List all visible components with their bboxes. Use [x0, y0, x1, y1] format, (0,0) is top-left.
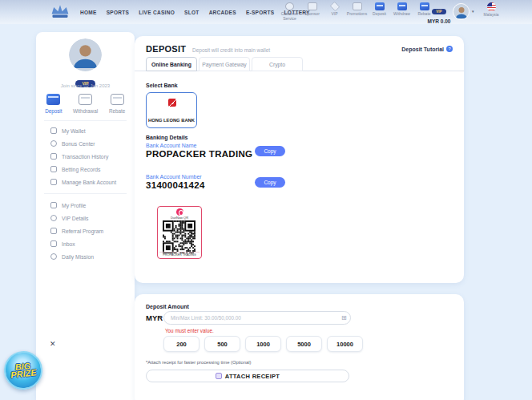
history-icon	[50, 153, 57, 160]
deposit-tabs: Online Banking Payment Gateway Crypto	[146, 57, 304, 71]
avatar-image	[69, 38, 102, 71]
keypad-icon[interactable]: ⊞	[341, 314, 347, 321]
sidebar-item-daily-mission[interactable]: Daily Mission	[50, 250, 103, 263]
sidebar-item-betting-records[interactable]: Betting Records	[50, 163, 116, 176]
top-bar: HOME SPORTS LIVE CASINO SLOT ARCADES E-S…	[0, 0, 532, 24]
sidebar-item-inbox[interactable]: Inbox	[50, 237, 103, 250]
menu-label: Transaction History	[62, 154, 108, 160]
amount-error-message: You must enter value.	[165, 328, 214, 333]
nav-slot[interactable]: SLOT	[184, 10, 200, 15]
util-label: Sponsor	[304, 12, 320, 17]
profile-icon	[50, 202, 57, 208]
tab-online-banking[interactable]: Online Banking	[146, 57, 197, 71]
topbar-vip[interactable]: VIP	[325, 2, 344, 21]
deposit-tutorial-link[interactable]: Deposit Tutorial ?	[401, 46, 453, 52]
deposit-card: DEPOSIT Deposit will credit into main wa…	[135, 36, 464, 283]
util-label: Customer Service	[280, 12, 299, 21]
deposit-amount-label: Deposit Amount	[146, 304, 189, 309]
main-nav: HOME SPORTS LIVE CASINO SLOT ARCADES E-S…	[80, 0, 310, 24]
sidebar-item-my-wallet[interactable]: My Wallet	[50, 124, 116, 137]
profile-avatar[interactable]	[69, 38, 102, 71]
preset-5000-button[interactable]: 5000	[286, 336, 322, 352]
nav-live-casino[interactable]: LIVE CASINO	[139, 10, 175, 15]
sidebar-item-referral-program[interactable]: Referral Program	[50, 224, 103, 237]
bonus-icon	[50, 140, 57, 147]
nav-arcades[interactable]: ARCADES	[209, 10, 236, 15]
account-name-label: Bank Account Name	[146, 143, 196, 148]
tutorial-label: Deposit Tutorial	[401, 46, 444, 52]
close-icon[interactable]: ✕	[50, 340, 56, 348]
quick-deposit[interactable]: Deposit	[38, 94, 70, 114]
topbar-deposit[interactable]: Deposit	[370, 2, 389, 21]
preset-200-button[interactable]: 200	[163, 336, 200, 352]
page-title: DEPOSIT	[146, 44, 186, 54]
attach-receipt-button[interactable]: ATTACH RECEIPT	[146, 370, 349, 382]
menu-label: Manage Bank Account	[62, 180, 116, 185]
mission-icon	[50, 253, 57, 260]
account-number-value: 31400041424	[146, 180, 205, 190]
preset-1000-button[interactable]: 1000	[245, 336, 281, 352]
vip-icon	[329, 2, 339, 11]
topbar-sponsor[interactable]: Sponsor	[303, 2, 321, 21]
divider	[44, 120, 127, 121]
topbar-withdraw[interactable]: Withdraw	[393, 2, 411, 21]
preset-10000-button[interactable]: 10000	[327, 336, 363, 352]
crown-logo-icon[interactable]	[50, 2, 71, 22]
util-label: Withdraw	[393, 12, 410, 17]
copy-account-number-button[interactable]: Copy	[255, 177, 285, 188]
malaysia-flag-icon	[487, 2, 496, 11]
big-prize-text: PRIZE	[10, 369, 37, 379]
copy-account-name-button[interactable]: Copy	[255, 146, 285, 156]
sidebar-item-bonus-center[interactable]: Bonus Center	[50, 137, 116, 150]
account-name-value: PROPACKER TRADING	[146, 149, 252, 159]
avatar-image	[453, 4, 470, 20]
util-label: VIP	[331, 12, 337, 17]
vip-icon	[50, 215, 57, 221]
topbar-avatar[interactable]	[453, 3, 470, 20]
deposit-icon	[46, 94, 60, 105]
language-selector[interactable]: Malaysia	[481, 2, 502, 17]
sidebar-menu-account: My Wallet Bonus Center Transaction Histo…	[50, 124, 116, 188]
preset-500-button[interactable]: 500	[204, 336, 240, 352]
topbar-promotions[interactable]: Promotions	[348, 2, 366, 21]
nav-esports[interactable]: E-SPORTS	[246, 10, 275, 15]
quick-rebate[interactable]: Rebate	[101, 94, 133, 114]
menu-label: VIP Details	[62, 216, 89, 221]
withdrawal-icon	[79, 94, 92, 105]
qr-code	[163, 220, 195, 253]
util-label: Promotions	[347, 12, 367, 17]
util-label: Deposit	[373, 12, 386, 17]
tab-crypto[interactable]: Crypto	[252, 57, 303, 71]
sponsor-icon	[308, 2, 317, 10]
menu-label: Betting Records	[62, 167, 100, 172]
select-bank-label: Select Bank	[146, 83, 178, 88]
avatar-caret-icon[interactable]: ▾	[472, 9, 474, 14]
sidebar-item-manage-bank-account[interactable]: Manage Bank Account	[50, 176, 116, 188]
promotions-icon	[353, 2, 362, 10]
menu-label: My Profile	[62, 203, 86, 208]
rebate-icon	[111, 94, 124, 105]
menu-label: Inbox	[62, 241, 75, 247]
bank-option-hong-leong[interactable]: HONG LEONG BANK	[146, 92, 197, 128]
hong-leong-logo-icon	[168, 99, 176, 107]
nav-home[interactable]: HOME	[80, 10, 97, 15]
tab-payment-gateway[interactable]: Payment Gateway	[199, 57, 250, 71]
menu-label: Daily Mission	[62, 254, 94, 260]
sidebar-menu-profile: My Profile VIP Details Referral Program …	[50, 199, 103, 263]
sidebar: VIP Join since 02 Jun 2023 Deposit Withd…	[36, 32, 135, 400]
nav-sports[interactable]: SPORTS	[107, 10, 130, 15]
wallet-icon	[50, 127, 57, 134]
quick-label: Rebate	[109, 108, 125, 114]
topbar-customer-service[interactable]: Customer Service	[280, 2, 299, 21]
wallet-balance[interactable]: VIP MYR 0.00	[425, 2, 453, 24]
sidebar-item-vip-details[interactable]: VIP Details	[50, 212, 103, 224]
sidebar-item-my-profile[interactable]: My Profile	[50, 199, 103, 212]
quick-withdrawal[interactable]: Withdrawal	[70, 94, 102, 114]
withdraw-icon	[397, 2, 407, 10]
inbox-icon	[50, 240, 57, 247]
amount-input[interactable]	[163, 311, 351, 325]
divider	[44, 193, 127, 194]
sidebar-item-transaction-history[interactable]: Transaction History	[50, 150, 116, 163]
deposit-icon	[375, 2, 385, 10]
bank-card-icon	[50, 179, 57, 185]
